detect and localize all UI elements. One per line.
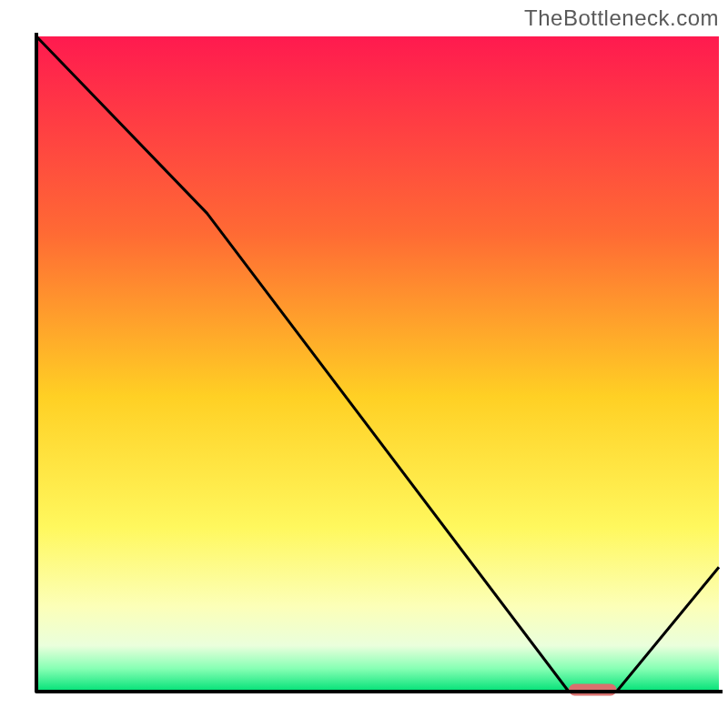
bottleneck-chart xyxy=(0,0,728,728)
watermark-text: TheBottleneck.com xyxy=(524,5,719,31)
